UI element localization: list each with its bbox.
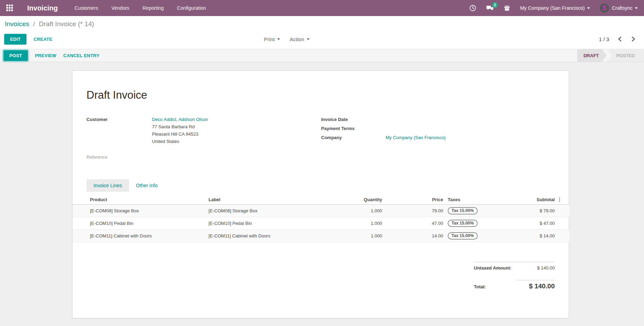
- cell-product: [E-COM10] Pedal Bin: [73, 217, 209, 230]
- chevron-down-icon: [307, 38, 310, 40]
- main-menu: Customers Vendors Reporting Configuratio…: [75, 5, 206, 11]
- cell-taxes: Tax 15.00%: [446, 205, 501, 217]
- invoice-lines-table: Product Label Quantity Price Taxes Subto…: [73, 195, 569, 242]
- untaxed-amount-label: Untaxed Amount:: [474, 265, 512, 271]
- cell-subtotal: $ 79.00: [501, 205, 557, 217]
- table-row[interactable]: [E-COM11] Cabinet with Doors [E-COM11] C…: [73, 230, 569, 242]
- messages-icon[interactable]: 2: [486, 5, 494, 12]
- tab-invoice-lines[interactable]: Invoice Lines: [86, 179, 129, 192]
- cell-product: [E-COM11] Cabinet with Doors: [73, 230, 209, 242]
- post-button[interactable]: POST: [3, 50, 28, 61]
- pager-previous-icon[interactable]: [616, 36, 623, 42]
- action-menus: Print Action: [264, 36, 310, 42]
- company-link[interactable]: My Company (San Francisco): [386, 135, 446, 144]
- navbar-right: 2 My Company (San Francisco) S Craftsync: [469, 3, 638, 13]
- invoice-sheet: Draft Invoice Customer Reference Deco Ad…: [72, 70, 569, 318]
- tax-badge: Tax 15.00%: [448, 207, 478, 214]
- field-grid: Customer Reference Deco Addict, Addison …: [86, 117, 555, 162]
- gift-icon[interactable]: [503, 5, 510, 12]
- action-label: Action: [290, 36, 304, 42]
- menu-configuration[interactable]: Configuration: [177, 5, 206, 11]
- header-quantity: Quantity: [314, 195, 385, 205]
- breadcrumb-invoices[interactable]: Invoices: [5, 20, 29, 28]
- right-fields: Invoice Date Payment Terms Company My Co…: [321, 117, 446, 162]
- chevron-down-icon: [587, 7, 590, 9]
- chevron-down-icon: [635, 7, 638, 9]
- address-line-2: Pleasant Hill CA 94523: [152, 131, 208, 139]
- header-subtotal: Subtotal: [501, 195, 557, 205]
- content-area: Draft Invoice Customer Reference Deco Ad…: [0, 70, 644, 326]
- customer-label: Customer: [86, 117, 152, 124]
- messages-count-badge: 2: [492, 2, 498, 8]
- menu-vendors[interactable]: Vendors: [111, 5, 129, 11]
- edit-button[interactable]: EDIT: [4, 34, 26, 45]
- cell-subtotal: $ 47.00: [501, 217, 557, 230]
- header-product: Product: [73, 195, 209, 205]
- optional-columns-icon[interactable]: ⋮: [557, 195, 569, 205]
- table-row[interactable]: [E-COM08] Storage Box [E-COM08] Storage …: [73, 205, 569, 217]
- preview-button[interactable]: PREVIEW: [35, 53, 56, 58]
- cell-price: 47.00: [385, 217, 446, 230]
- pager-next-icon[interactable]: [630, 36, 637, 42]
- control-panel: Invoices / Draft Invoice (* 14) EDIT CRE…: [0, 16, 644, 49]
- table-row[interactable]: [E-COM10] Pedal Bin [E-COM10] Pedal Bin …: [73, 217, 569, 230]
- chevron-down-icon: [277, 38, 280, 40]
- address-line-1: 77 Santa Barbara Rd: [152, 124, 208, 131]
- control-panel-buttons: EDIT CREATE Print Action 1 / 3: [4, 33, 640, 45]
- pager: 1 / 3: [599, 36, 640, 42]
- app-title[interactable]: Invoicing: [27, 4, 58, 12]
- company-switcher[interactable]: My Company (San Francisco): [520, 5, 590, 11]
- pager-value: 1 / 3: [599, 36, 609, 42]
- cell-label: [E-COM11] Cabinet with Doors: [209, 230, 314, 242]
- totals-block: Untaxed Amount: $ 140.00 Total: $ 140.00: [474, 262, 555, 290]
- apps-menu-icon[interactable]: [6, 5, 13, 12]
- payment-terms-value: [386, 126, 446, 135]
- statusbar: POST PREVIEW CANCEL ENTRY DRAFT POSTED: [0, 49, 644, 62]
- cell-subtotal: $ 14.00: [501, 230, 557, 242]
- payment-terms-label: Payment Terms: [321, 126, 386, 135]
- total-label: Total:: [474, 284, 486, 289]
- cancel-entry-button[interactable]: CANCEL ENTRY: [63, 53, 100, 58]
- header-taxes: Taxes: [446, 195, 501, 205]
- avatar: S: [600, 3, 609, 13]
- breadcrumb-current: Draft Invoice (* 14): [39, 20, 94, 28]
- address-line-3: United States: [152, 139, 208, 146]
- user-menu[interactable]: S Craftsync: [600, 3, 638, 13]
- tax-badge: Tax 15.00%: [448, 220, 478, 227]
- tax-badge: Tax 15.00%: [448, 232, 478, 240]
- status-posted[interactable]: POSTED: [607, 49, 644, 62]
- customer-link[interactable]: Deco Addict, Addison Olson: [152, 117, 208, 124]
- menu-reporting[interactable]: Reporting: [143, 5, 164, 11]
- cell-label: [E-COM10] Pedal Bin: [209, 217, 314, 230]
- tab-other-info[interactable]: Other Info: [129, 179, 165, 192]
- header-label: Label: [209, 195, 314, 205]
- menu-customers[interactable]: Customers: [75, 5, 98, 11]
- reference-label: Reference: [86, 154, 152, 162]
- company-switcher-label: My Company (San Francisco): [520, 5, 585, 11]
- cell-product: [E-COM08] Storage Box: [73, 205, 209, 217]
- cell-price: 14.00: [385, 230, 446, 242]
- untaxed-amount-value: $ 140.00: [537, 265, 555, 271]
- left-fields: Customer Reference Deco Addict, Addison …: [86, 117, 321, 162]
- top-navbar: Invoicing Customers Vendors Reporting Co…: [0, 0, 644, 16]
- activities-clock-icon[interactable]: [469, 5, 476, 12]
- cell-price: 79.00: [385, 205, 446, 217]
- untaxed-amount-row: Untaxed Amount: $ 140.00: [474, 262, 555, 271]
- print-dropdown[interactable]: Print: [264, 36, 280, 42]
- status-steps: DRAFT POSTED: [577, 49, 644, 62]
- invoice-title: Draft Invoice: [86, 89, 555, 101]
- total-row: Total: $ 140.00: [474, 280, 555, 290]
- notebook-tabs: Invoice Lines Other Info: [86, 179, 555, 192]
- create-button[interactable]: CREATE: [33, 37, 52, 42]
- breadcrumb-separator: /: [33, 20, 35, 28]
- cell-label: [E-COM08] Storage Box: [209, 205, 314, 217]
- invoice-date-value: [386, 117, 446, 126]
- cell-quantity: 1.000: [314, 217, 385, 230]
- table-header-row: Product Label Quantity Price Taxes Subto…: [73, 195, 569, 205]
- total-value: $ 140.00: [516, 280, 555, 290]
- action-dropdown[interactable]: Action: [290, 36, 310, 42]
- status-draft[interactable]: DRAFT: [577, 49, 606, 62]
- breadcrumb: Invoices / Draft Invoice (* 14): [4, 20, 640, 28]
- invoice-date-label: Invoice Date: [321, 117, 386, 126]
- header-price: Price: [385, 195, 446, 205]
